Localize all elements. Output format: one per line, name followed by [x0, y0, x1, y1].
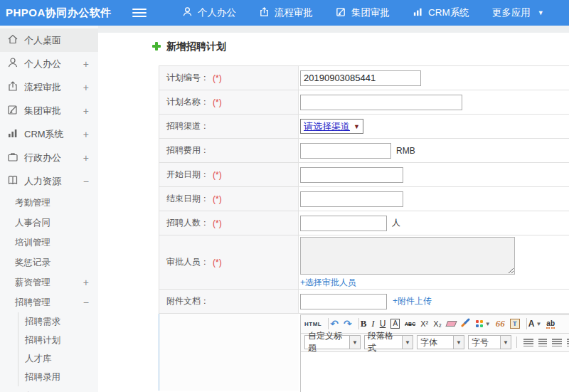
- unit-suffix: 人: [392, 217, 400, 229]
- sidebar-item-personnel-mgmt[interactable]: 人事管理 +: [0, 386, 98, 392]
- sidebar-item-talent-pool[interactable]: 人才库: [18, 349, 98, 368]
- expand-toggle[interactable]: +: [83, 129, 89, 140]
- redo-icon[interactable]: ↷: [344, 318, 352, 329]
- top-nav: 个人办公 流程审批 集团审批 CRM系统 更多应用 ▼: [159, 6, 544, 19]
- highlight-button[interactable]: ab: [546, 319, 555, 329]
- field-label: 审批人员：: [166, 256, 209, 268]
- caret-down-icon: ▼: [353, 123, 360, 130]
- approvers-textarea[interactable]: [300, 237, 515, 275]
- sidebar-item-salary[interactable]: 薪资管理 +: [0, 272, 98, 292]
- strikethrough-button[interactable]: ABC: [405, 322, 415, 327]
- italic-button[interactable]: I: [371, 318, 374, 329]
- end-date-input[interactable]: [300, 191, 403, 207]
- subscript-button[interactable]: X₂: [433, 319, 442, 328]
- cost-input[interactable]: [300, 143, 391, 159]
- editor-content-area[interactable]: [301, 352, 569, 392]
- superscript-button[interactable]: X²: [420, 319, 428, 328]
- topnav-crm-system[interactable]: CRM系统: [413, 6, 469, 19]
- expand-toggle[interactable]: +: [83, 277, 89, 288]
- start-date-input[interactable]: [300, 167, 403, 183]
- expand-toggle[interactable]: +: [83, 105, 89, 117]
- required-mark: (*): [213, 194, 222, 204]
- undo-icon[interactable]: ↶: [330, 318, 339, 329]
- currency-suffix: RMB: [396, 146, 415, 156]
- font-size-select[interactable]: 字号 ▼: [468, 335, 511, 349]
- custom-title-select[interactable]: 自定义标题 ▼: [304, 335, 361, 349]
- sidebar-item-personal-office[interactable]: 个人办公 +: [0, 52, 98, 75]
- toolbar-separator: [516, 337, 517, 348]
- caret-down-icon: ▼: [349, 336, 360, 349]
- field-label: 开始日期：: [166, 169, 209, 181]
- sidebar-item-recruit-mgmt[interactable]: 招聘管理 −: [0, 292, 98, 312]
- sidebar-item-group-approval[interactable]: 集团审批 +: [0, 99, 98, 122]
- sidebar-item-recruit-plan[interactable]: 招聘计划: [18, 331, 98, 349]
- headcount-input[interactable]: [300, 216, 387, 231]
- font-border-button[interactable]: A: [390, 319, 400, 329]
- sidebar-item-label: 招聘管理: [15, 297, 50, 309]
- expand-toggle[interactable]: +: [83, 82, 89, 93]
- topnav-label: 更多应用: [492, 6, 531, 19]
- sidebar-item-workflow-approval[interactable]: 流程审批 +: [0, 75, 98, 99]
- form-row-cost: 招聘费用： RMB: [159, 139, 569, 163]
- sidebar-item-recruit-demand[interactable]: 招聘需求: [18, 312, 98, 331]
- expand-toggle[interactable]: +: [83, 58, 89, 70]
- person-icon: [182, 6, 198, 19]
- sidebar-item-crm[interactable]: CRM系统 +: [0, 122, 98, 146]
- format-brush-icon[interactable]: [461, 318, 470, 329]
- field-label: 计划编号：: [166, 72, 209, 84]
- align-right-icon[interactable]: [552, 339, 562, 346]
- eraser-icon[interactable]: [445, 321, 457, 327]
- collapse-toggle[interactable]: −: [83, 176, 89, 187]
- source-code-button[interactable]: HTML: [304, 321, 321, 327]
- select-approvers-link[interactable]: +选择审批人员: [300, 277, 356, 289]
- sidebar-item-hr-contract[interactable]: 人事合同: [0, 213, 98, 233]
- main-content: 新增招聘计划 计划编号： (*) 计划名称： (*): [98, 26, 569, 392]
- sidebar-item-training[interactable]: 培训管理: [0, 233, 98, 253]
- collapse-toggle[interactable]: −: [83, 297, 89, 308]
- font-color-button[interactable]: A▼: [528, 319, 542, 329]
- color-palette-button[interactable]: ▼: [475, 319, 491, 328]
- sidebar-item-hr[interactable]: 人力资源 −: [0, 169, 98, 193]
- align-center-icon[interactable]: [538, 339, 547, 346]
- plan-name-input[interactable]: [300, 95, 462, 110]
- topnav-workflow-approval[interactable]: 流程审批: [259, 6, 313, 19]
- sidebar-item-recruit-hire[interactable]: 招聘录用: [18, 368, 98, 386]
- paste-icon[interactable]: T: [510, 319, 520, 329]
- hamburger-menu-icon[interactable]: [132, 9, 147, 17]
- sidebar-item-desktop[interactable]: 个人桌面: [0, 28, 98, 52]
- expand-toggle[interactable]: +: [83, 152, 89, 164]
- sidebar-item-label: 招聘录用: [25, 371, 60, 383]
- align-left-icon[interactable]: [523, 339, 533, 346]
- recruit-submenu: 招聘需求 招聘计划 人才库 招聘录用: [18, 312, 98, 386]
- blockquote-button[interactable]: 66: [496, 318, 505, 329]
- sidebar-item-label: 招聘需求: [25, 316, 60, 328]
- form-row-editor: HTML ↶ ↷ B I U A ABC X² X₂: [159, 314, 569, 391]
- font-family-select[interactable]: 字体 ▼: [417, 335, 464, 349]
- briefcase-icon: [7, 151, 24, 164]
- underline-button[interactable]: U: [380, 319, 386, 329]
- field-label: 附件文档：: [166, 295, 209, 307]
- sidebar-item-label: 考勤管理: [15, 197, 50, 209]
- bold-button[interactable]: B: [361, 318, 367, 329]
- caret-down-icon: ▼: [402, 336, 413, 349]
- form-row-end-date: 结束日期： (*): [159, 187, 569, 211]
- sidebar-item-admin-office[interactable]: 行政办公 +: [0, 146, 98, 169]
- plan-number-input[interactable]: [300, 70, 421, 86]
- paragraph-format-select[interactable]: 段落格式 ▼: [364, 335, 413, 349]
- sidebar-item-rewards[interactable]: 奖惩记录: [0, 253, 98, 272]
- attachment-upload-link[interactable]: +附件上传: [393, 295, 432, 307]
- form-row-attachment: 附件文档： +附件上传: [159, 290, 569, 314]
- sidebar-item-attendance[interactable]: 考勤管理: [0, 193, 98, 213]
- rich-text-editor: HTML ↶ ↷ B I U A ABC X² X₂: [300, 314, 569, 392]
- channel-select[interactable]: 请选择渠道 ▼: [300, 119, 363, 134]
- topnav-group-approval[interactable]: 集团审批: [336, 6, 390, 19]
- attachment-input[interactable]: [300, 294, 387, 309]
- topnav-more-apps[interactable]: 更多应用 ▼: [492, 6, 544, 19]
- sidebar-item-label: 集团审批: [24, 105, 61, 117]
- sidebar-item-label: 培训管理: [15, 237, 50, 249]
- sidebar-item-label: 奖惩记录: [15, 257, 50, 269]
- required-mark: (*): [213, 97, 222, 107]
- topnav-personal-office[interactable]: 个人办公: [182, 6, 236, 19]
- app-logo: PHPOA协同办公软件: [0, 6, 132, 20]
- sidebar-item-label: 人才库: [25, 353, 52, 365]
